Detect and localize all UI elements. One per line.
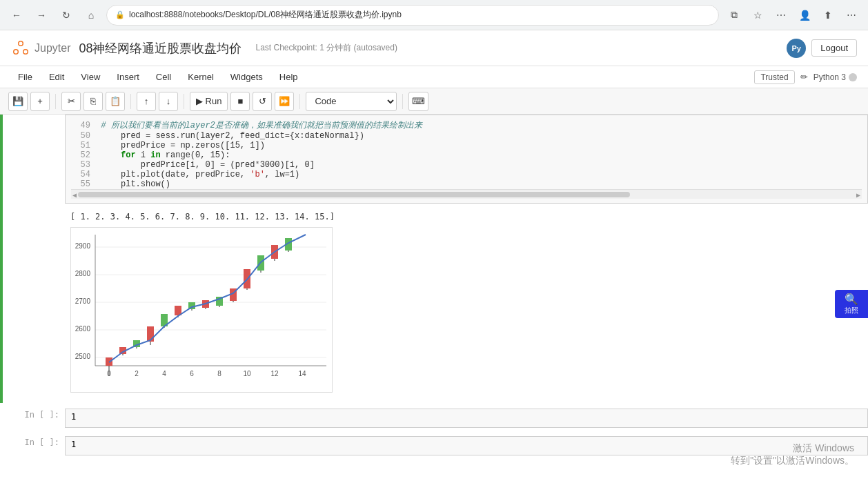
separator-4 — [299, 94, 300, 109]
notebook-title[interactable]: 08神经网络通近股票收盘均价 — [79, 40, 241, 57]
x-label-14: 14 — [298, 370, 306, 377]
tab-button[interactable]: ⧉ — [724, 6, 744, 25]
line-num-51: 51 — [71, 141, 90, 150]
scrollbar-thumb[interactable] — [78, 192, 630, 197]
separator-5 — [402, 94, 403, 109]
refresh-button[interactable]: ↻ — [57, 6, 76, 25]
code-50: pred = sess.run(layer2, feed_dict={x:dat… — [101, 131, 364, 141]
move-down-button[interactable]: ↓ — [159, 92, 178, 111]
empty-cell-2-input[interactable]: 1 — [65, 436, 868, 455]
y-label-2800: 2800 — [75, 270, 91, 277]
back-button[interactable]: ← — [7, 6, 26, 25]
lock-icon: 🔒 — [115, 10, 125, 19]
empty-cell-1-content: 1 — [65, 406, 868, 431]
y-label-2600: 2600 — [75, 325, 91, 333]
run-button[interactable]: ▶ Run — [190, 92, 228, 111]
cell-type-select[interactable]: Code Markdown Raw NBConvert — [306, 92, 397, 111]
home-button[interactable]: ⌂ — [81, 6, 101, 25]
x-label-12: 12 — [270, 370, 279, 377]
empty-cell-1-prompt: In [ ]: — [3, 406, 65, 431]
code-line-55: 55 plt.show() — [71, 179, 862, 189]
empty-cell-2-label: In [ ]: — [24, 438, 59, 447]
empty-cell-2-num: 1 — [71, 440, 76, 449]
code-52: for i in range(0, 15): — [101, 150, 230, 160]
code-line-50: 50 pred = sess.run(layer2, feed_dict={x:… — [71, 131, 862, 141]
stop-button[interactable]: ■ — [230, 92, 250, 111]
share-button[interactable]: ⬆ — [818, 6, 838, 25]
edit-icon[interactable]: ✏ — [800, 72, 808, 82]
code-53: predPrice[i, 0] = (pred*3000)[i, 0] — [101, 160, 315, 170]
line-num-55: 55 — [71, 179, 90, 189]
separator-3 — [184, 94, 184, 109]
jupyter-header: Jupyter 08神经网络通近股票收盘均价 Last Checkpoint: … — [0, 30, 868, 66]
scroll-right-arrow[interactable]: ▶ — [856, 191, 860, 199]
checkpoint-info: Last Checkpoint: 1 分钟前 (autosaved) — [256, 42, 397, 54]
x-label-6: 6 — [190, 370, 194, 377]
logout-button[interactable]: Logout — [811, 39, 857, 57]
header-right: Py Logout — [787, 39, 857, 58]
baidu-icon: 🔍 — [838, 293, 865, 306]
svg-point-3 — [19, 41, 23, 45]
jupyter-logo: Jupyter — [11, 39, 70, 58]
code-scroll[interactable]: 49 # 所以我们要看当前的layer2是否准确，如果准确我们就把当前预测值的结… — [71, 119, 862, 189]
code-51: predPrice = np.zeros([15, 1]) — [101, 141, 265, 150]
extension-button[interactable]: ⋯ — [771, 6, 791, 25]
svg-point-5 — [24, 50, 28, 53]
code-line-53: 53 predPrice[i, 0] = (pred*3000)[i, 0] — [71, 160, 862, 170]
jupyter-logo-icon — [11, 39, 30, 58]
address-bar[interactable]: 🔒 localhost:8888/notebooks/Desktop/DL/08… — [106, 5, 719, 26]
empty-cell-1-input[interactable]: 1 — [65, 409, 868, 428]
menu-edit[interactable]: Edit — [42, 69, 71, 85]
menu-widgets[interactable]: Widgets — [224, 69, 270, 85]
code-area[interactable]: 49 # 所以我们要看当前的layer2是否准确，如果准确我们就把当前预测值的结… — [65, 115, 868, 204]
kernel-status-circle — [849, 73, 857, 81]
code-line-49: 49 # 所以我们要看当前的layer2是否准确，如果准确我们就把当前预测值的结… — [71, 119, 862, 131]
more-button[interactable]: ⋯ — [842, 6, 861, 25]
menu-cell[interactable]: Cell — [149, 69, 178, 85]
profile-button[interactable]: 👤 — [795, 6, 814, 25]
y-label-2900: 2900 — [75, 242, 91, 250]
y-label-2500: 2500 — [75, 353, 91, 360]
forward-button[interactable]: → — [32, 6, 51, 25]
empty-cell-2-prompt: In [ ]: — [3, 433, 65, 458]
horizontal-scrollbar[interactable]: ◀ ▶ — [71, 189, 862, 199]
menu-insert[interactable]: Insert — [110, 69, 146, 85]
candlestick-chart: 2900 2800 2700 2600 2500 — [70, 227, 333, 393]
copy-button[interactable]: ⎘ — [83, 92, 103, 111]
comment-49: # 所以我们要看当前的layer2是否准确，如果准确我们就把当前预测值的结果绘制… — [101, 121, 422, 130]
menu-file[interactable]: File — [11, 69, 39, 85]
menu-kernel[interactable]: Kernel — [181, 69, 221, 85]
kernel-info: Python 3 — [813, 72, 857, 82]
line-num-54: 54 — [71, 170, 90, 179]
browser-actions: ⧉ ☆ ⋯ 👤 ⬆ ⋯ — [724, 6, 861, 25]
keyboard-button[interactable]: ⌨ — [408, 92, 428, 111]
python-icon: Py — [787, 39, 806, 58]
url-text: localhost:8888/notebooks/Desktop/DL/08神经… — [129, 9, 402, 21]
paste-button[interactable]: 📋 — [106, 92, 125, 111]
menu-view[interactable]: View — [74, 69, 107, 85]
chart-container: 2900 2800 2700 2600 2500 — [70, 227, 333, 395]
scroll-left-arrow[interactable]: ◀ — [72, 191, 77, 199]
jupyter-logo-text: Jupyter — [34, 42, 70, 55]
output-area: [ 1. 2. 3. 4. 5. 6. 7. 8. 9. 10. 11. 12.… — [65, 204, 868, 403]
restart-button[interactable]: ↺ — [253, 92, 272, 111]
code-54: plt.plot(date, predPrice, 'b', lw=1) — [101, 170, 299, 179]
trusted-badge[interactable]: Trusted — [754, 70, 794, 84]
code-line-52: 52 for i in range(0, 15): — [71, 150, 862, 160]
menu-help[interactable]: Help — [273, 69, 305, 85]
browser-chrome: ← → ↻ ⌂ 🔒 localhost:8888/notebooks/Deskt… — [0, 0, 868, 30]
add-cell-button[interactable]: + — [30, 92, 50, 111]
bookmark-button[interactable]: ☆ — [748, 6, 767, 25]
notebook-body[interactable]: 49 # 所以我们要看当前的layer2是否准确，如果准确我们就把当前预测值的结… — [0, 115, 868, 481]
line-num-50: 50 — [71, 131, 90, 141]
cut-button[interactable]: ✂ — [61, 92, 81, 111]
move-up-button[interactable]: ↑ — [137, 92, 156, 111]
baidu-floating-icon[interactable]: 🔍 拍照 — [835, 290, 868, 318]
x-label-2: 2 — [135, 370, 139, 377]
code-line-51: 51 predPrice = np.zeros([15, 1]) — [71, 141, 862, 150]
cell-content: 49 # 所以我们要看当前的layer2是否准确，如果准确我们就把当前预测值的结… — [65, 115, 868, 403]
save-button[interactable]: 💾 — [8, 92, 28, 111]
restart-run-button[interactable]: ⏩ — [275, 92, 294, 111]
menu-bar: File Edit View Insert Cell Kernel Widget… — [0, 66, 868, 88]
browser-controls: ← → ↻ ⌂ — [7, 6, 101, 25]
